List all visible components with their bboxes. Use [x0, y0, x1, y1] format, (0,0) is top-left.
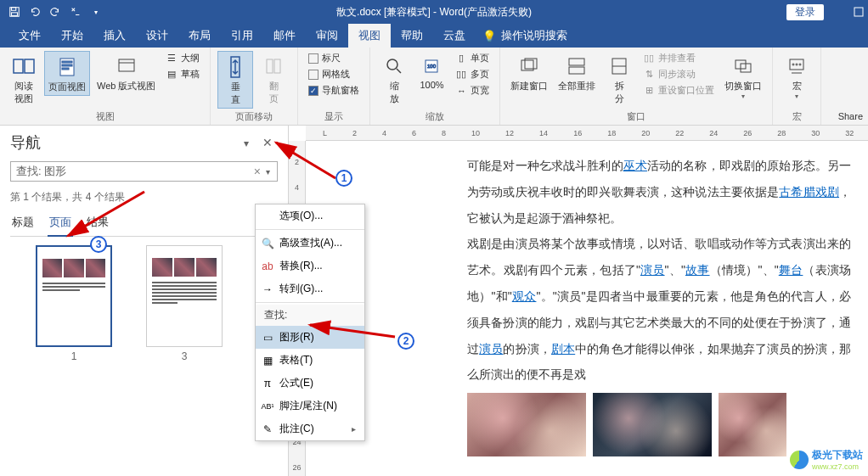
svg-rect-7 — [62, 61, 72, 63]
nav-pane-dropdown-icon[interactable]: ▾ — [239, 136, 254, 151]
page-width-button[interactable]: ↔页宽 — [452, 83, 493, 98]
tab-insert[interactable]: 插入 — [93, 24, 136, 48]
one-page-icon: ▯ — [455, 53, 467, 64]
tab-design[interactable]: 设计 — [136, 24, 178, 48]
read-mode-button[interactable]: 阅读 视图 — [7, 51, 41, 107]
tab-layout[interactable]: 布局 — [178, 24, 221, 48]
menu-item-comment[interactable]: ✎批注(C)▸ — [256, 417, 364, 440]
table-icon: ▦ — [261, 354, 274, 367]
menu-item-options[interactable]: 选项(O)... — [256, 204, 364, 227]
menu-bar: 文件 开始 插入 设计 布局 引用 邮件 审阅 视图 帮助 云盘 💡 操作说明搜… — [0, 24, 868, 48]
ribbon-group-show: 标尺 网格线 ✓导航窗格 显示 — [298, 48, 370, 125]
page-thumbnails: 1 3 — [10, 245, 278, 362]
navigation-pane: 导航 ▾ ✕ × ▾ 第 1 个结果，共 4 个结果 标题 页面 结果 1 3 — [0, 126, 289, 476]
chevron-right-icon: ▸ — [352, 424, 356, 434]
vertical-button[interactable]: 垂 直 — [217, 51, 253, 109]
svg-rect-2 — [12, 13, 18, 16]
nav-pane-title: 导航 — [10, 132, 41, 153]
link[interactable]: 故事 — [685, 263, 710, 277]
svg-point-15 — [387, 59, 397, 70]
tab-file[interactable]: 文件 — [8, 24, 51, 48]
tab-review[interactable]: 审阅 — [306, 24, 348, 48]
tab-references[interactable]: 引用 — [221, 24, 263, 48]
nav-search-clear-icon[interactable]: × — [251, 165, 264, 178]
menu-item-footnote[interactable]: AB¹脚注/尾注(N) — [256, 395, 364, 417]
nav-tab-pages[interactable]: 页面 — [48, 211, 73, 237]
document-images — [467, 393, 851, 456]
split-button[interactable]: 拆 分 — [602, 51, 636, 107]
side-by-side-button[interactable]: ▯▯并排查看 — [640, 51, 718, 65]
nav-tab-headings[interactable]: 标题 — [10, 211, 36, 236]
search-dropdown-menu: 选项(O)... 🔍高级查找(A)... ab替换(R)... →转到(G)..… — [255, 204, 365, 441]
link[interactable]: 古希腊戏剧 — [779, 185, 839, 199]
page-thumbnail[interactable]: 1 — [36, 245, 112, 362]
redo-icon[interactable] — [46, 3, 65, 21]
save-icon[interactable] — [5, 3, 24, 21]
link[interactable]: 舞台 — [779, 263, 803, 277]
document-body[interactable]: 可能是对一种乞求战斗胜利的巫术活动的名称，即戏剧的原始形态。另一为劳动或庆祝丰收… — [314, 144, 868, 476]
menu-item-advanced-find[interactable]: 🔍高级查找(A)... — [256, 232, 364, 255]
touch-mode-icon[interactable] — [66, 3, 85, 21]
nav-search-dropdown-icon[interactable]: ▾ — [264, 167, 272, 176]
svg-point-30 — [799, 64, 801, 65]
arrange-all-button[interactable]: 全部重排 — [555, 51, 599, 94]
ribbon-options-icon[interactable] — [849, 3, 868, 21]
menu-item-formula[interactable]: π公式(E) — [256, 372, 364, 395]
document-image[interactable] — [467, 393, 586, 456]
svg-point-29 — [796, 64, 798, 65]
tell-me-search[interactable]: 💡 操作说明搜索 — [482, 28, 567, 43]
svg-rect-4 — [14, 59, 23, 73]
tab-mailings[interactable]: 邮件 — [263, 24, 306, 48]
zoom-button[interactable]: 缩 放 — [377, 51, 411, 107]
outline-button[interactable]: ☰大纲 — [162, 51, 203, 65]
menu-item-replace[interactable]: ab替换(R)... — [256, 255, 364, 277]
link[interactable]: 演员 — [479, 342, 503, 356]
qat-dropdown-icon[interactable]: ▾ — [87, 3, 105, 21]
reset-position-button[interactable]: ⊞重设窗口位置 — [640, 83, 718, 98]
comment-icon: ✎ — [261, 423, 274, 436]
new-window-button[interactable]: 新建窗口 — [507, 51, 551, 94]
page-thumbnail[interactable]: 3 — [146, 245, 223, 362]
flip-button[interactable]: 翻 页 — [256, 51, 290, 107]
undo-icon[interactable] — [25, 3, 44, 21]
link[interactable]: 剧本 — [551, 342, 575, 356]
gridlines-checkbox[interactable]: 网格线 — [305, 67, 363, 81]
menu-item-graphic[interactable]: ▭图形(R) — [256, 326, 364, 349]
login-button[interactable]: 登录 — [786, 4, 824, 20]
link[interactable]: 巫术 — [623, 159, 647, 172]
tab-home[interactable]: 开始 — [51, 24, 93, 48]
tab-cloud[interactable]: 云盘 — [433, 24, 476, 48]
web-layout-button[interactable]: Web 版式视图 — [93, 51, 159, 94]
title-bar: ▾ 散文.docx [兼容模式] - Word(产品激活失败) 登录 — [0, 0, 868, 24]
quick-access-toolbar: ▾ — [0, 3, 105, 21]
link[interactable]: 演员 — [640, 263, 665, 277]
nav-search-input[interactable] — [16, 165, 251, 178]
switch-window-button[interactable]: 切换窗口▾ — [721, 51, 765, 102]
document-image[interactable] — [719, 393, 786, 456]
print-layout-button[interactable]: 页面视图 — [44, 51, 90, 96]
macro-button[interactable]: 宏▾ — [780, 51, 814, 102]
menu-item-table[interactable]: ▦表格(T) — [256, 349, 364, 372]
ruler-horizontal[interactable]: L2468101214161820222426283032343638 — [306, 126, 868, 141]
navpane-checkbox[interactable]: ✓导航窗格 — [305, 83, 363, 98]
document-image[interactable] — [593, 393, 712, 456]
multi-page-button[interactable]: ▯▯多页 — [452, 67, 493, 81]
one-page-button[interactable]: ▯单页 — [452, 51, 493, 65]
share-button[interactable]: Share — [833, 48, 868, 125]
svg-point-28 — [792, 64, 794, 65]
draft-button[interactable]: ▤草稿 — [162, 67, 203, 81]
ribbon-group-macro: 宏▾ 宏 — [773, 48, 821, 125]
menu-section-find: 查找: — [256, 305, 364, 326]
menu-item-goto[interactable]: →转到(G)... — [256, 277, 364, 300]
nav-pane-close-icon[interactable]: ✕ — [257, 134, 278, 151]
tab-view[interactable]: 视图 — [348, 24, 391, 48]
zoom-100-button[interactable]: 100100% — [414, 51, 448, 92]
nav-search-box[interactable]: × ▾ — [10, 161, 278, 182]
sync-scroll-button[interactable]: ⇅同步滚动 — [640, 67, 718, 81]
tab-help[interactable]: 帮助 — [391, 24, 433, 48]
nav-tabs: 标题 页面 结果 — [10, 211, 278, 237]
ribbon-group-zoom: 缩 放 100100% ▯单页 ▯▯多页 ↔页宽 缩放 — [370, 48, 500, 125]
ruler-checkbox[interactable]: 标尺 — [305, 51, 363, 65]
link[interactable]: 观众 — [512, 289, 537, 303]
nav-tab-results[interactable]: 结果 — [85, 211, 110, 236]
